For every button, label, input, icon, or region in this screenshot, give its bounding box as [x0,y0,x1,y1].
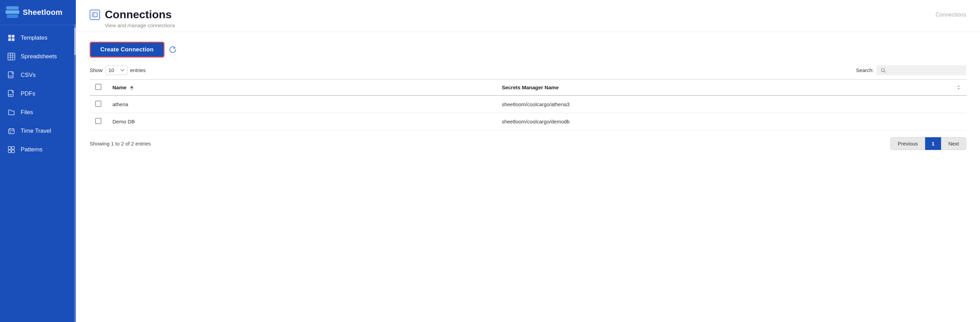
row-name: athena [107,95,496,113]
svg-text:PDF: PDF [9,94,13,96]
sidebar-item-label-templates: Templates [21,35,47,41]
svg-rect-5 [8,38,11,41]
svg-rect-6 [12,38,14,41]
th-name[interactable]: Name [107,79,496,96]
current-page-number[interactable]: 1 [925,137,941,150]
search-row: Search: [856,65,966,75]
sidebar-item-label-files: Files [21,109,33,116]
svg-line-28 [884,71,885,72]
svg-rect-0 [6,6,19,10]
show-entries: Show 10 25 50 100 entries [90,65,146,75]
search-input-wrap [877,65,966,75]
svg-rect-21 [8,146,11,149]
sidebar-item-label-pdfs: PDFs [21,90,35,97]
table-header-row: Name Secrets Manager Name [90,79,966,96]
search-input[interactable] [888,67,962,73]
sidebar-item-patterns[interactable]: Patterns [0,140,76,159]
logo-icon [6,6,19,19]
table-controls: Show 10 25 50 100 entries Search: [90,65,966,75]
sidebar-scrollbar-thumb [74,28,76,55]
sidebar-item-label-time-travel: Time Travel [21,128,51,135]
app-logo[interactable]: Sheetloom [0,0,76,25]
row-actions [945,95,966,113]
time-travel-icon [7,127,16,135]
th-actions [945,79,966,96]
sidebar-item-time-travel[interactable]: Time Travel [0,122,76,140]
sidebar-nav: Templates Spreadsheets CSV [0,25,76,159]
app-name: Sheetloom [23,8,62,17]
main-content-area: Connections Connections View and manage … [76,0,980,322]
sidebar-scrollbar [74,24,76,322]
templates-icon [7,33,16,43]
sidebar-item-files[interactable]: Files [0,103,76,122]
pagination-controls: Previous 1 Next [890,137,966,150]
svg-point-20 [10,132,11,133]
next-button[interactable]: Next [941,137,966,150]
patterns-icon [7,145,16,154]
sidebar-item-label-spreadsheets: Spreadsheets [21,53,57,60]
svg-rect-22 [12,146,14,149]
actions-sort-icon[interactable] [956,84,961,91]
connections-table: Name Secrets Manager Name [90,79,966,130]
sidebar: Sheetloom Templates [0,0,76,322]
search-label: Search: [856,67,874,73]
table-row: athena sheetloom/coolcargo/athena3 [90,95,966,113]
th-checkbox [90,79,107,96]
toolbar: Create Connection [90,42,966,57]
th-name-label: Name [112,84,127,90]
name-sort-icon [130,86,134,90]
breadcrumb: Connections [935,12,966,18]
svg-rect-23 [8,150,11,153]
sort-up-arrow [130,86,134,88]
select-all-checkbox[interactable] [95,84,101,90]
page-header: Connections Connections View and manage … [76,0,980,32]
svg-text:CSV: CSV [9,75,13,77]
row-secrets: sheetloom/coolcargo/athena3 [496,95,945,113]
search-icon [881,68,886,73]
svg-rect-7 [8,53,15,60]
back-button[interactable] [90,10,100,20]
spreadsheets-icon [7,52,16,61]
files-icon [7,108,16,117]
row-checkbox-cell [90,95,107,113]
svg-rect-25 [92,13,97,17]
previous-button[interactable]: Previous [890,137,925,150]
table-body: athena sheetloom/coolcargo/athena3 Demo … [90,95,966,130]
pdfs-icon: PDF [7,89,16,98]
row-secrets: sheetloom/coolcargo/demodb [496,113,945,130]
header-top: Connections Connections [90,8,966,21]
main-body: Create Connection Show 10 25 50 100 entr… [76,32,980,322]
refresh-button[interactable] [169,46,177,54]
sidebar-item-spreadsheets[interactable]: Spreadsheets [0,47,76,66]
sidebar-item-label-patterns: Patterns [21,146,42,153]
sort-down-arrow [130,88,134,90]
pagination-row: Showing 1 to 2 of 2 entries Previous 1 N… [90,137,966,150]
svg-rect-24 [12,150,14,153]
svg-rect-3 [8,35,11,38]
th-secrets: Secrets Manager Name [496,79,945,96]
sidebar-item-templates[interactable]: Templates [0,29,76,47]
svg-rect-4 [12,35,14,38]
row-actions [945,113,966,130]
sidebar-item-label-csvs: CSVs [21,72,35,79]
page-title: Connections [105,8,172,21]
show-label: Show [90,67,103,73]
svg-rect-16 [9,129,14,134]
row-checkbox[interactable] [95,101,101,107]
sidebar-item-csvs[interactable]: CSV CSVs [0,66,76,84]
row-checkbox-cell [90,113,107,130]
svg-rect-2 [7,14,18,18]
page-subtitle: View and manage connections [105,22,966,28]
csvs-icon: CSV [7,71,16,79]
row-checkbox[interactable] [95,118,101,124]
table-row: Demo DB sheetloom/coolcargo/demodb [90,113,966,130]
title-row: Connections [90,8,172,21]
svg-rect-1 [6,10,19,14]
th-secrets-label: Secrets Manager Name [502,84,558,90]
entries-label: entries [130,67,146,73]
sidebar-item-pdfs[interactable]: PDF PDFs [0,84,76,103]
showing-text: Showing 1 to 2 of 2 entries [90,141,151,146]
create-connection-button[interactable]: Create Connection [90,42,164,57]
entries-select[interactable]: 10 25 50 100 [105,65,127,75]
row-name: Demo DB [107,113,496,130]
